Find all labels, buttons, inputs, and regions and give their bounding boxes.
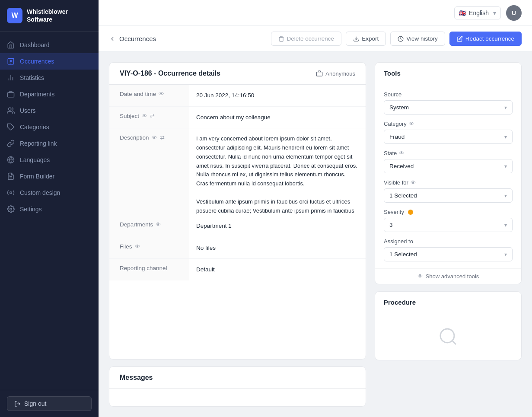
chevron-down-icon: ▾ (504, 193, 507, 199)
sidebar-item-users[interactable]: Users (0, 102, 99, 119)
categories-icon (7, 123, 15, 131)
logo[interactable]: W Whistleblower Software (0, 0, 99, 32)
occurrence-card: VIY-O-186 - Occurrence details Anonymous… (109, 62, 366, 360)
chevron-down-icon: ▾ (493, 10, 496, 16)
language-selector[interactable]: 🇬🇧 English ▾ (454, 6, 501, 19)
action-bar: Occurrences Delete occurrence Export Vie… (99, 26, 532, 52)
detail-row-files: Files 👁 No files (109, 237, 366, 259)
occurrence-title: VIY-O-186 - Occurrence details (120, 70, 220, 77)
eye-icon: 👁 (142, 113, 147, 119)
sidebar-item-settings[interactable]: Settings (0, 201, 99, 217)
delete-occurrence-button[interactable]: Delete occurrence (271, 32, 342, 46)
assigned-to-select[interactable]: 1 Selected ▾ (384, 247, 513, 261)
chevron-down-icon: ▾ (504, 163, 507, 169)
departments-value: Department 1 (189, 215, 366, 237)
sidebar-item-label: Form Builder (20, 173, 54, 180)
back-button[interactable] (109, 35, 116, 42)
reporting-channel-value: Default (189, 259, 366, 280)
tools-card: Tools Source System ▾ Category (375, 62, 522, 284)
sign-out-button[interactable]: Sign out (7, 396, 92, 411)
sidebar-item-label: Departments (20, 91, 54, 98)
link-icon (7, 140, 15, 147)
redact-occurrence-button[interactable]: Redact occurrence (449, 32, 522, 46)
settings-icon (7, 205, 15, 213)
state-select[interactable]: Received ▾ (384, 159, 513, 173)
sidebar-item-form-builder[interactable]: Form Builder (0, 168, 99, 185)
files-value: No files (189, 237, 366, 259)
sidebar-item-departments[interactable]: Departments (0, 86, 99, 102)
date-value: 20 Jun 2022, 14:16:50 (189, 85, 366, 106)
tools-header: Tools (375, 63, 521, 84)
clock-icon (398, 36, 404, 42)
visible-for-select[interactable]: 1 Selected ▾ (384, 188, 513, 203)
sidebar-item-label: Reporting link (20, 140, 57, 147)
anonymous-icon (316, 70, 323, 77)
messages-body (109, 389, 366, 406)
sidebar-item-occurrences[interactable]: Occurrences (0, 53, 99, 70)
sidebar-item-custom-design[interactable]: Custom design (0, 185, 99, 201)
eye-icon: 👁 (135, 243, 140, 250)
topbar-right: 🇬🇧 English ▾ U (454, 5, 522, 21)
sidebar-footer: Sign out (0, 390, 99, 417)
state-label: State 👁 (384, 150, 513, 156)
search-icon (438, 326, 459, 347)
form-icon (7, 172, 15, 180)
translate-icon: ⇄ (150, 113, 155, 119)
show-advanced-tools[interactable]: 👁 Show advanced tools (375, 268, 521, 284)
state-field: State 👁 Received ▾ (384, 150, 513, 173)
sidebar-item-languages[interactable]: Languages (0, 152, 99, 168)
sidebar-item-reporting-link[interactable]: Reporting link (0, 135, 99, 152)
view-history-button[interactable]: View history (390, 32, 445, 46)
source-field: Source System ▾ (384, 91, 513, 115)
severity-indicator (408, 210, 413, 215)
logo-text: Whistleblower Software (27, 8, 68, 23)
source-label: Source (384, 91, 513, 98)
edit-icon (457, 36, 463, 42)
topbar: 🇬🇧 English ▾ U (99, 0, 532, 26)
chevron-down-icon: ▾ (504, 222, 507, 228)
category-label: Category 👁 (384, 121, 513, 127)
anonymous-badge: Anonymous (316, 70, 355, 77)
svg-point-14 (10, 192, 12, 194)
sign-out-icon (14, 401, 21, 407)
sidebar-item-statistics[interactable]: Statistics (0, 70, 99, 86)
export-button[interactable]: Export (346, 32, 386, 46)
assigned-to-label: Assigned to (384, 238, 513, 245)
chevron-down-icon: ▾ (504, 134, 507, 140)
detail-row-subject: Subject 👁 ⇄ Concern about my colleague (109, 107, 366, 129)
user-avatar[interactable]: U (506, 5, 522, 21)
eye-icon: 👁 (417, 273, 423, 280)
languages-icon (7, 156, 15, 164)
sidebar-item-dashboard[interactable]: Dashboard (0, 37, 99, 53)
card-header: VIY-O-186 - Occurrence details Anonymous (109, 63, 366, 85)
visible-for-label: Visible for 👁 (384, 179, 513, 186)
category-select[interactable]: Fraud ▾ (384, 130, 513, 144)
category-field: Category 👁 Fraud ▾ (384, 121, 513, 144)
svg-line-21 (452, 341, 456, 344)
detail-row-departments: Departments 👁 Department 1 (109, 215, 366, 237)
chevron-down-icon: ▾ (504, 105, 507, 111)
departments-icon (7, 90, 15, 98)
tools-body: Source System ▾ Category 👁 Fra (375, 84, 521, 268)
sidebar-item-label: Statistics (20, 74, 44, 81)
svg-rect-19 (317, 72, 322, 76)
source-select[interactable]: System ▾ (384, 100, 513, 115)
sidebar-item-label: Languages (20, 156, 50, 163)
sidebar-item-label: Users (20, 107, 36, 114)
main-content: 🇬🇧 English ▾ U Occurrences Delete occurr… (99, 0, 532, 417)
flag-icon: 🇬🇧 (459, 10, 466, 16)
messages-header: Messages (109, 367, 366, 389)
sidebar-item-categories[interactable]: Categories (0, 119, 99, 135)
svg-point-15 (10, 208, 12, 210)
detail-row-description: Description 👁 ⇄ I am very concerned abou… (109, 128, 366, 215)
occurrences-icon (7, 57, 15, 65)
eye-icon: 👁 (409, 121, 414, 127)
detail-row-date: Date and time 👁 20 Jun 2022, 14:16:50 (109, 85, 366, 107)
procedure-body (375, 313, 521, 360)
detail-row-reporting-channel: Reporting channel Default (109, 259, 366, 280)
breadcrumb: Occurrences (109, 35, 156, 42)
sidebar: W Whistleblower Software Dashboard Occur… (0, 0, 99, 417)
severity-select[interactable]: 3 ▾ (384, 218, 513, 232)
visible-for-field: Visible for 👁 1 Selected ▾ (384, 179, 513, 203)
tools-panel: Tools Source System ▾ Category (375, 62, 522, 407)
